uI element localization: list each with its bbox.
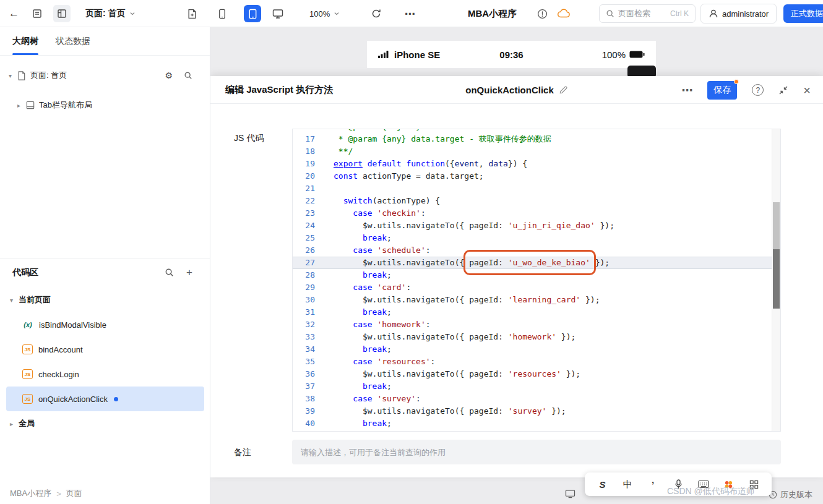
- chinese-mode-icon[interactable]: 中: [615, 472, 640, 496]
- code-line-35[interactable]: 35 case 'resources':: [293, 356, 772, 368]
- save-button[interactable]: 保存: [707, 81, 737, 100]
- code-line-21[interactable]: 21: [293, 182, 772, 195]
- code-line-38[interactable]: 38 case 'survey':: [293, 393, 772, 405]
- code-line-40[interactable]: 40 break;: [293, 417, 772, 430]
- code-item-onQuickActionClick[interactable]: JS onQuickActionClick: [6, 387, 204, 411]
- phone-preview-icon[interactable]: [218, 0, 226, 27]
- chevron-down-icon: [334, 11, 340, 17]
- code-line-33[interactable]: 33 $w.utils.navigateTo({ pageId: 'homewo…: [293, 331, 772, 343]
- caret-right-icon[interactable]: ▸: [17, 102, 26, 109]
- desktop-preview-icon[interactable]: [272, 0, 283, 27]
- keyboard-icon[interactable]: [691, 472, 716, 496]
- edit-pencil-icon[interactable]: [559, 85, 568, 95]
- user-name: administrator: [722, 9, 769, 19]
- modal-more-icon[interactable]: ⋯: [681, 83, 692, 97]
- code-line-17[interactable]: 17 * @param {any} data.target - 获取事件传参的数…: [293, 133, 772, 145]
- user-menu[interactable]: administrator: [700, 4, 777, 23]
- code-text: case 'schedule':: [334, 244, 431, 257]
- more-options-icon[interactable]: ⋯: [405, 0, 415, 27]
- history-label: 历史版本: [780, 489, 812, 500]
- line-number: 28: [293, 269, 320, 281]
- scrollbar-thumb[interactable]: [773, 202, 780, 249]
- display-mode-icon[interactable]: [565, 489, 575, 498]
- device-name: iPhone SE: [394, 49, 440, 60]
- code-line-22[interactable]: 22 switch(actionType) {: [293, 195, 772, 207]
- line-number: 33: [293, 331, 320, 343]
- code-line-39[interactable]: 39 $w.utils.navigateTo({ pageId: 'survey…: [293, 405, 772, 417]
- refresh-icon[interactable]: [371, 0, 381, 27]
- group-global[interactable]: ▸ 全局: [0, 413, 210, 434]
- code-item-checkLogin[interactable]: JS checkLogin: [6, 362, 204, 387]
- code-item-isBindModalVisible[interactable]: (x) isBindModalVisible: [6, 312, 204, 337]
- line-number: 34: [293, 343, 320, 356]
- cloud-sync-icon[interactable]: [557, 0, 571, 27]
- help-icon[interactable]: ?: [752, 84, 764, 96]
- code-line-20[interactable]: 20const actionType = data.target;: [293, 170, 772, 182]
- search-icon[interactable]: [165, 268, 174, 277]
- code-line-34[interactable]: 34 break;: [293, 343, 772, 356]
- caret-down-icon[interactable]: ▾: [10, 297, 19, 304]
- line-number: 16: [293, 129, 320, 133]
- code-line-32[interactable]: 32 case 'homework':: [293, 318, 772, 331]
- code-line-19[interactable]: 19export default function({event, data})…: [293, 158, 772, 170]
- code-line-36[interactable]: 36 $w.utils.navigateTo({ pageId: 'resour…: [293, 368, 772, 380]
- tab-state-data[interactable]: 状态数据: [56, 27, 90, 55]
- history-versions-link[interactable]: 历史版本: [769, 489, 812, 500]
- code-line-37[interactable]: 37 break;: [293, 380, 772, 393]
- line-number: 31: [293, 306, 320, 318]
- page-selector[interactable]: 页面: 首页: [85, 0, 136, 27]
- code-line-18[interactable]: 18 **/: [293, 145, 772, 158]
- sogou-logo-icon[interactable]: S: [590, 472, 615, 496]
- code-line-23[interactable]: 23 case 'checkin':: [293, 207, 772, 220]
- code-item-label: bindAccount: [38, 345, 83, 354]
- breadcrumb: MBA小程序 > 页面: [10, 488, 82, 499]
- group-current-page[interactable]: ▾ 当前页面: [0, 289, 210, 310]
- scrollbar-thumb[interactable]: [773, 249, 780, 309]
- outline-panel-icon[interactable]: [32, 0, 42, 27]
- punctuation-icon[interactable]: ’: [640, 472, 666, 496]
- caret-right-icon[interactable]: ▸: [10, 421, 19, 427]
- info-icon[interactable]: [537, 0, 548, 27]
- outline-node-tab-layout[interactable]: ▸ Tab栏导航布局: [0, 95, 210, 115]
- tablet-active-bg: [244, 5, 261, 22]
- emoji-icon[interactable]: [716, 472, 741, 496]
- breadcrumb-page[interactable]: 页面: [66, 488, 82, 499]
- editor-scrollbar[interactable]: [772, 129, 780, 431]
- outline-node-page[interactable]: ▾ 页面: 首页 ⚙: [0, 66, 210, 85]
- code-text: export default function({event, data}) {: [334, 158, 527, 170]
- code-line-25[interactable]: 25 break;: [293, 232, 772, 244]
- settings-gear-icon[interactable]: ⚙: [165, 71, 173, 80]
- toolbox-grid-icon[interactable]: [741, 472, 767, 496]
- layout-panel-icon[interactable]: [53, 0, 71, 27]
- code-text: $w.utils.navigateTo({ pageId: 'u_jin_ri_…: [334, 220, 614, 232]
- code-line-16[interactable]: 16 * @param {object} data: [293, 129, 772, 133]
- zoom-selector[interactable]: 100%: [309, 0, 340, 27]
- code-line-31[interactable]: 31 break;: [293, 306, 772, 318]
- close-icon[interactable]: ×: [803, 84, 811, 96]
- search-icon[interactable]: [184, 71, 192, 80]
- code-line-24[interactable]: 24 $w.utils.navigateTo({ pageId: 'u_jin_…: [293, 220, 772, 232]
- back-icon[interactable]: ←: [9, 0, 19, 27]
- caret-down-icon[interactable]: ▾: [9, 72, 17, 79]
- notification-dot: [734, 79, 739, 84]
- line-number: 38: [293, 393, 320, 405]
- publish-data-button[interactable]: 正式数据: [783, 4, 823, 23]
- zoom-level: 100%: [309, 9, 330, 19]
- code-editor[interactable]: 16 * @param {object} data17 * @param {an…: [292, 129, 781, 432]
- collapse-icon[interactable]: [778, 85, 788, 95]
- code-text: switch(actionType) {: [334, 195, 440, 207]
- breadcrumb-app[interactable]: MBA小程序: [10, 488, 51, 499]
- note-input[interactable]: [292, 440, 781, 464]
- code-line-30[interactable]: 30 $w.utils.navigateTo({ pageId: 'learni…: [293, 294, 772, 306]
- add-code-icon[interactable]: +: [186, 267, 192, 278]
- tablet-preview-icon[interactable]: [244, 0, 261, 27]
- code-line-27[interactable]: 27 $w.utils.navigateTo({ pageId: 'u_wo_d…: [293, 257, 772, 269]
- microphone-icon[interactable]: [666, 472, 691, 496]
- add-page-icon[interactable]: [187, 0, 197, 27]
- code-line-29[interactable]: 29 case 'card':: [293, 281, 772, 294]
- code-item-bindAccount[interactable]: JS bindAccount: [6, 337, 204, 362]
- tab-outline-tree[interactable]: 大纲树: [12, 27, 38, 55]
- battery-level: 100%: [602, 49, 626, 60]
- line-number: 39: [293, 405, 320, 417]
- page-search-input[interactable]: 页面检索 Ctrl K: [599, 4, 696, 23]
